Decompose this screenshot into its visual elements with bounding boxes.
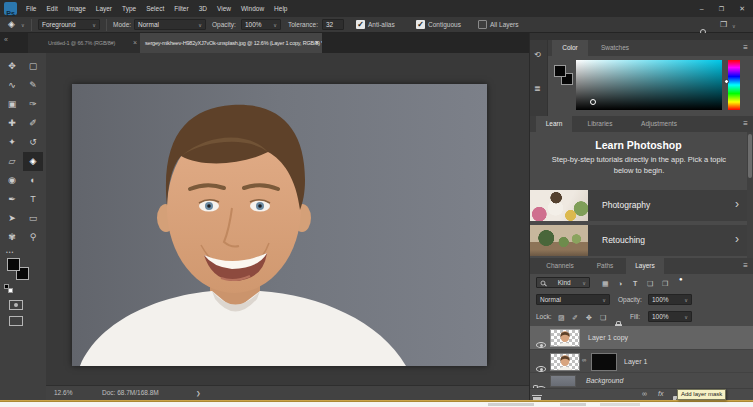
contiguous-checkbox[interactable]: ✓	[416, 20, 425, 29]
eraser-tool[interactable]: ▱	[2, 152, 22, 171]
layer-row-layer1[interactable]: ∞ Layer 1	[530, 349, 753, 372]
learn-item-retouching[interactable]: Retouching ›	[530, 225, 747, 256]
panel-menu-icon[interactable]: ≡	[743, 120, 748, 128]
clone-stamp-tool[interactable]: ✦	[2, 133, 22, 152]
menu-select[interactable]: Select	[146, 5, 164, 12]
color-fg-swatch[interactable]	[554, 65, 566, 77]
layer-name[interactable]: Layer 1 copy	[588, 333, 628, 343]
learn-scrollbar[interactable]	[747, 132, 753, 258]
mode-select[interactable]: Normal ∨	[134, 19, 206, 30]
tool-preset-caret-icon[interactable]: ∨	[21, 22, 25, 28]
menu-file[interactable]: File	[26, 5, 36, 12]
rectangle-tool[interactable]: ▭	[23, 209, 43, 228]
tolerance-input[interactable]: 32	[322, 19, 344, 30]
layer-thumbnail[interactable]	[550, 353, 580, 371]
filter-smart-objects-icon[interactable]: ❐	[662, 278, 668, 290]
tab-learn[interactable]: Learn	[536, 116, 572, 132]
layer-filter-kind-select[interactable]: Kind ∨	[536, 277, 590, 288]
history-brush-tool[interactable]: ↺	[23, 133, 43, 152]
tab-color[interactable]: Color	[552, 40, 588, 56]
tab-libraries[interactable]: Libraries	[576, 116, 624, 132]
all-layers-checkbox[interactable]	[478, 20, 487, 29]
fill-select[interactable]: 100% ∨	[648, 311, 692, 322]
mask-link-icon[interactable]: ∞	[582, 357, 586, 363]
tab-paths[interactable]: Paths	[588, 258, 622, 274]
minimize-button[interactable]: –	[700, 5, 704, 12]
tab-channels[interactable]: Channels	[536, 258, 584, 274]
marquee-tool[interactable]: ▢	[23, 57, 43, 76]
menu-edit[interactable]: Edit	[46, 5, 57, 12]
crop-tool[interactable]: ▣	[2, 95, 22, 114]
properties-panel-icon[interactable]: ≣	[534, 84, 541, 93]
layer-thumbnail[interactable]	[550, 329, 580, 347]
filter-shape-layers-icon[interactable]: ❏	[647, 278, 653, 290]
layer-row-layer1-copy[interactable]: Layer 1 copy	[530, 326, 753, 349]
path-selection-tool[interactable]: ➤	[2, 209, 22, 228]
lock-image-pixels-icon[interactable]: ✐	[572, 312, 578, 324]
menu-filter[interactable]: Filter	[174, 5, 188, 12]
pen-tool[interactable]: ✒	[2, 190, 22, 209]
zoom-tool[interactable]: ⚲	[23, 228, 43, 247]
layer-thumbnail[interactable]	[550, 375, 576, 387]
tab-adjustments[interactable]: Adjustments	[628, 116, 690, 132]
blend-mode-select[interactable]: Normal ∨	[536, 294, 610, 305]
quick-selection-tool[interactable]: ✎	[23, 76, 43, 95]
blur-tool[interactable]: ◉	[2, 171, 22, 190]
visibility-eye-icon[interactable]	[536, 342, 546, 348]
panel-menu-icon[interactable]: ≡	[743, 44, 748, 52]
healing-brush-tool[interactable]: ✚	[2, 114, 22, 133]
menu-help[interactable]: Help	[274, 5, 287, 12]
move-tool[interactable]: ✥	[2, 57, 22, 76]
anti-alias-checkbox[interactable]: ✓	[356, 20, 365, 29]
brush-tool[interactable]: ✐	[23, 114, 43, 133]
menu-window[interactable]: Window	[241, 5, 264, 12]
layer-effects-fx-icon[interactable]: fx	[658, 390, 663, 397]
tab-layers[interactable]: Layers	[626, 258, 664, 274]
lasso-tool[interactable]: ∿	[2, 76, 22, 95]
scrollbar-thumb[interactable]	[748, 134, 752, 178]
zoom-level-field[interactable]: 12.6%	[54, 386, 72, 400]
tab-close-icon[interactable]: ×	[315, 33, 319, 53]
all-layers-label[interactable]: All Layers	[490, 17, 519, 33]
quick-mask-button[interactable]	[9, 300, 23, 310]
layer-name[interactable]: Background	[586, 376, 623, 386]
layer-name[interactable]: Layer 1	[624, 357, 647, 367]
paint-bucket-tool-icon[interactable]: ◈	[8, 19, 15, 29]
status-chevron-icon[interactable]: ❯	[196, 386, 201, 400]
dodge-tool[interactable]: ◐	[23, 171, 43, 190]
panel-menu-icon[interactable]: ≡	[743, 262, 748, 270]
fill-source-select[interactable]: Foreground ∨	[38, 19, 100, 30]
menu-view[interactable]: View	[217, 5, 231, 12]
layers-opacity-select[interactable]: 100% ∨	[648, 294, 692, 305]
document-tab-active[interactable]: sergey-mikheev-H982yXJ7vOk-unsplash.jpg …	[140, 33, 322, 53]
menu-image[interactable]: Image	[68, 5, 86, 12]
hue-slider[interactable]	[728, 60, 740, 110]
contiguous-label[interactable]: Contiguous	[428, 17, 461, 33]
lock-position-icon[interactable]: ✥	[586, 312, 592, 324]
menu-layer[interactable]: Layer	[96, 5, 112, 12]
eyedropper-tool[interactable]: ✑	[23, 95, 43, 114]
workspace-caret-icon[interactable]: ∨	[732, 23, 736, 29]
learn-item-photography[interactable]: Photography ›	[530, 190, 747, 221]
document-tab-untitled[interactable]: Untitled-1 @ 66.7% (RGB/8#) ×	[28, 33, 140, 53]
tab-swatches[interactable]: Swatches	[590, 40, 640, 56]
history-panel-icon[interactable]: ⟲	[534, 50, 541, 59]
link-layers-icon[interactable]: ∞	[642, 390, 647, 397]
color-field[interactable]	[576, 60, 722, 110]
lock-artboard-icon[interactable]: ❏	[600, 312, 606, 324]
lock-transparent-pixels-icon[interactable]: ▨	[558, 312, 565, 324]
toolbar-overflow-icon[interactable]: «	[4, 36, 8, 43]
menu-type[interactable]: Type	[122, 5, 136, 12]
default-colors-icon-bg[interactable]	[8, 288, 13, 293]
anti-alias-label[interactable]: Anti-alias	[368, 17, 395, 33]
color-field-selector[interactable]	[590, 99, 596, 105]
layer-row-background[interactable]: Background	[530, 372, 753, 388]
menu-3d[interactable]: 3D	[199, 5, 207, 12]
filter-type-layers-icon[interactable]: T	[633, 278, 637, 290]
close-button[interactable]: ✕	[739, 5, 745, 13]
portrait-photo[interactable]	[72, 84, 487, 366]
workspace-switcher-icon[interactable]: ❒	[720, 20, 727, 29]
foreground-color-swatch[interactable]	[7, 258, 20, 271]
paint-bucket-tool[interactable]: ◈	[23, 152, 43, 171]
opacity-select[interactable]: 100% ∨	[241, 19, 281, 30]
